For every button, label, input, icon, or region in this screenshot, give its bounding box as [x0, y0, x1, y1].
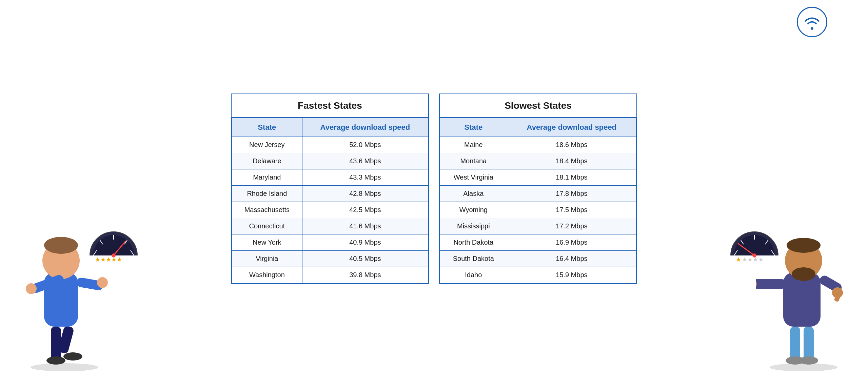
fastest-speed-cell: 40.5 Mbps — [302, 251, 428, 267]
slowest-table-row: Alaska 17.8 Mbps — [440, 186, 636, 202]
fastest-speed-cell: 41.6 Mbps — [302, 218, 428, 234]
fastest-speed-cell: 43.6 Mbps — [302, 153, 428, 169]
fastest-state-cell: Virginia — [232, 251, 302, 267]
slowest-table-row: Mississippi 17.2 Mbps — [440, 218, 636, 234]
slowest-table-section: Slowest States State Average download sp… — [439, 94, 637, 284]
fastest-state-cell: Delaware — [232, 153, 302, 169]
slowest-speed-cell: 18.4 Mbps — [507, 153, 636, 169]
gauge-right: ★ ★★★★ — [727, 225, 782, 262]
fastest-table-row: Washington 39.8 Mbps — [232, 267, 428, 283]
svg-point-0 — [31, 363, 98, 371]
slowest-state-cell: North Dakota — [440, 234, 507, 251]
svg-rect-22 — [804, 327, 814, 361]
fastest-speed-cell: 43.3 Mbps — [302, 169, 428, 186]
slowest-table-title: Slowest States — [440, 94, 636, 118]
fastest-table-row: Maryland 43.3 Mbps — [232, 169, 428, 186]
svg-rect-21 — [790, 327, 800, 361]
slowest-table-row: South Dakota 16.4 Mbps — [440, 251, 636, 267]
fastest-table-row: New Jersey 52.0 Mbps — [232, 137, 428, 153]
slowest-col1-header: State — [440, 118, 507, 137]
slowest-state-cell: South Dakota — [440, 251, 507, 267]
svg-rect-29 — [756, 279, 787, 289]
fastest-speed-cell: 42.8 Mbps — [302, 186, 428, 202]
fastest-table-title: Fastest States — [232, 94, 428, 118]
fastest-state-cell: New York — [232, 234, 302, 251]
slowest-state-cell: West Virginia — [440, 169, 507, 186]
slowest-table: State Average download speed Maine 18.6 … — [440, 118, 636, 283]
slowest-table-row: West Virginia 18.1 Mbps — [440, 169, 636, 186]
fastest-state-cell: Massachusetts — [232, 202, 302, 218]
svg-point-28 — [787, 238, 821, 253]
slowest-state-cell: Maine — [440, 137, 507, 153]
fastest-table-row: Delaware 43.6 Mbps — [232, 153, 428, 169]
tables-wrapper: Fastest States State Average download sp… — [231, 94, 637, 284]
fastest-state-cell: Washington — [232, 267, 302, 283]
svg-point-10 — [26, 283, 37, 294]
fastest-table-section: Fastest States State Average download sp… — [231, 94, 429, 284]
svg-rect-1 — [51, 327, 61, 361]
fastest-state-cell: Rhode Island — [232, 186, 302, 202]
fastest-state-cell: Maryland — [232, 169, 302, 186]
fastest-speed-cell: 39.8 Mbps — [302, 267, 428, 283]
slowest-state-cell: Idaho — [440, 267, 507, 283]
wifi-logo — [797, 7, 827, 37]
svg-point-11 — [97, 277, 108, 288]
slowest-state-cell: Montana — [440, 153, 507, 169]
fastest-col1-header: State — [232, 118, 302, 137]
slowest-speed-cell: 18.1 Mbps — [507, 169, 636, 186]
fastest-speed-cell: 42.5 Mbps — [302, 202, 428, 218]
fastest-speed-cell: 40.9 Mbps — [302, 234, 428, 251]
slowest-table-row: Maine 18.6 Mbps — [440, 137, 636, 153]
svg-text:★: ★ — [736, 256, 741, 262]
page-container: Fastest States State Average download sp… — [0, 0, 868, 391]
fastest-speed-cell: 52.0 Mbps — [302, 137, 428, 153]
slowest-table-row: Wyoming 17.5 Mbps — [440, 202, 636, 218]
slowest-state-cell: Wyoming — [440, 202, 507, 218]
slowest-speed-cell: 17.2 Mbps — [507, 218, 636, 234]
slowest-speed-cell: 15.9 Mbps — [507, 267, 636, 283]
slowest-table-row: Montana 18.4 Mbps — [440, 153, 636, 169]
fastest-table-row: Virginia 40.5 Mbps — [232, 251, 428, 267]
slowest-col2-header: Average download speed — [507, 118, 636, 137]
svg-point-4 — [63, 352, 82, 361]
svg-point-27 — [792, 267, 815, 281]
slowest-speed-cell: 18.6 Mbps — [507, 137, 636, 153]
svg-point-7 — [44, 237, 78, 254]
slowest-speed-cell: 17.8 Mbps — [507, 186, 636, 202]
svg-point-20 — [770, 363, 837, 371]
fastest-table-row: Rhode Island 42.8 Mbps — [232, 186, 428, 202]
svg-point-24 — [799, 356, 818, 365]
fastest-table-row: Connecticut 41.6 Mbps — [232, 218, 428, 234]
slowest-state-cell: Alaska — [440, 186, 507, 202]
fastest-col2-header: Average download speed — [302, 118, 428, 137]
gauge-left: ★★★★★ — [86, 225, 141, 262]
slowest-table-row: Idaho 15.9 Mbps — [440, 267, 636, 283]
svg-point-3 — [46, 356, 65, 365]
fastest-table-row: Massachusetts 42.5 Mbps — [232, 202, 428, 218]
slowest-table-row: North Dakota 16.9 Mbps — [440, 234, 636, 251]
slowest-state-cell: Mississippi — [440, 218, 507, 234]
fastest-table-row: New York 40.9 Mbps — [232, 234, 428, 251]
svg-text:★★★★: ★★★★ — [742, 256, 764, 262]
svg-text:★★★★★: ★★★★★ — [95, 256, 122, 262]
fastest-table: State Average download speed New Jersey … — [232, 118, 428, 283]
slowest-speed-cell: 17.5 Mbps — [507, 202, 636, 218]
slowest-speed-cell: 16.4 Mbps — [507, 251, 636, 267]
fastest-state-cell: New Jersey — [232, 137, 302, 153]
fastest-state-cell: Connecticut — [232, 218, 302, 234]
slowest-speed-cell: 16.9 Mbps — [507, 234, 636, 251]
